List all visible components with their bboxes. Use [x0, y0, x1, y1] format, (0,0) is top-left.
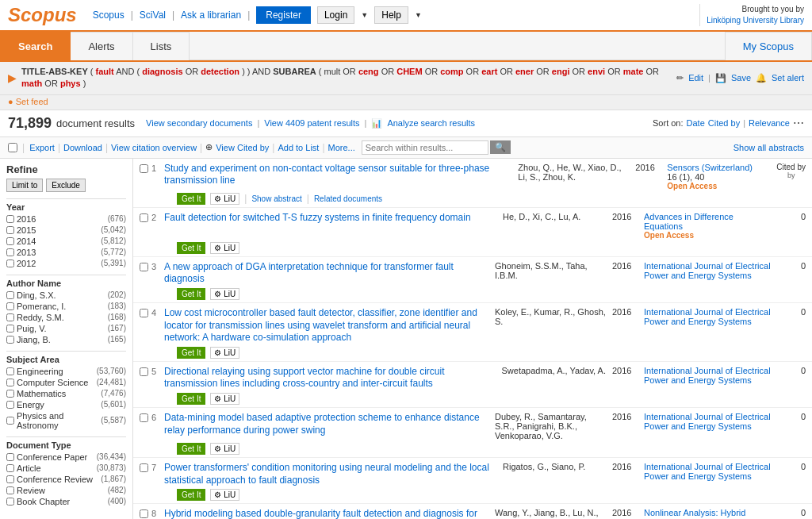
result-1-title[interactable]: Study and experiment on non-contact volt…: [164, 163, 511, 187]
patent-results-link[interactable]: View 4409 patent results: [264, 118, 359, 128]
author-1-checkbox[interactable]: [6, 302, 14, 310]
set-alert-button[interactable]: Set alert: [772, 73, 804, 83]
result-4-getit-button[interactable]: Get It: [177, 347, 205, 359]
limit-to-button[interactable]: Limit to: [6, 179, 43, 192]
result-6-liu-button[interactable]: ⚙ LiU: [210, 443, 239, 455]
toolbar-sep-5: |: [322, 142, 324, 153]
tab-my-scopus[interactable]: My Scopus: [725, 32, 812, 60]
result-6-checkbox[interactable]: [140, 413, 148, 422]
result-7-title[interactable]: Power transformers' condition monitoring…: [164, 462, 496, 486]
result-4-liu-button[interactable]: ⚙ LiU: [210, 347, 239, 359]
result-item-7: 7 Power transformers' condition monitori…: [133, 458, 812, 504]
author-2-count: (168): [108, 313, 126, 321]
exclude-button[interactable]: Exclude: [46, 179, 86, 192]
tab-lists[interactable]: Lists: [133, 32, 190, 60]
result-3-title[interactable]: A new approach of DGA interpretation tec…: [164, 261, 488, 286]
author-2-checkbox[interactable]: [6, 313, 14, 321]
result-3-getit-button[interactable]: Get It: [177, 288, 205, 300]
result-3-liu-button[interactable]: ⚙ LiU: [210, 288, 239, 300]
citation-overview-button[interactable]: View citation overview: [111, 143, 197, 152]
edit-icon: ✏: [676, 73, 684, 83]
doctype-1-checkbox[interactable]: [6, 464, 14, 472]
result-5-getit-button[interactable]: Get It: [177, 393, 205, 405]
result-6-title[interactable]: Data-mining model based adaptive protect…: [164, 412, 488, 436]
result-7-getit-button[interactable]: Get It: [177, 489, 205, 501]
set-feed-button[interactable]: Set feed: [16, 97, 48, 106]
sort-date[interactable]: Date: [687, 118, 705, 128]
analyze-link[interactable]: Analyze search results: [387, 118, 475, 128]
doctype-2-label: Conference Review: [17, 475, 93, 484]
help-button[interactable]: Help: [374, 6, 408, 24]
cite-icon: ⊕: [205, 142, 213, 152]
year-2015-checkbox[interactable]: [6, 226, 14, 234]
author-4-checkbox[interactable]: [6, 336, 14, 344]
doctype-2-checkbox[interactable]: [6, 475, 14, 483]
ask-librarian-link[interactable]: Ask a librarian: [181, 10, 241, 21]
doctype-4-checkbox[interactable]: [6, 498, 14, 506]
result-5-journal-wrap: International Journal of Electrical Powe…: [644, 366, 771, 385]
result-4-num: 4: [151, 308, 161, 317]
more-sort-icon[interactable]: ⋯: [793, 117, 804, 129]
save-query-button[interactable]: Save: [731, 73, 751, 83]
author-0-checkbox[interactable]: [6, 291, 14, 299]
result-8-authors: Wang, Y., Jiang, B., Lu, N., Pan, J.: [495, 508, 606, 519]
filter-subject-title: Subject Area: [6, 351, 126, 364]
show-all-abstracts-button[interactable]: Show all abstracts: [733, 143, 804, 152]
result-5-liu-button[interactable]: ⚙ LiU: [210, 393, 239, 405]
main-content: Refine Limit to Exclude Year 2016 (676) …: [0, 159, 812, 519]
result-7-checkbox[interactable]: [140, 463, 148, 472]
result-7-liu-button[interactable]: ⚙ LiU: [210, 489, 239, 501]
select-all-checkbox[interactable]: [8, 143, 17, 152]
result-1-getit-button[interactable]: Get It: [177, 193, 205, 205]
search-within-input[interactable]: [362, 140, 488, 155]
result-2-getit-button[interactable]: Get It: [177, 242, 205, 254]
refine-header: Refine: [6, 163, 126, 175]
download-button[interactable]: Download: [63, 143, 102, 152]
result-4-title[interactable]: Low cost microcontroller based fault det…: [164, 307, 488, 344]
sort-cited[interactable]: Cited by: [708, 118, 740, 128]
result-5-title[interactable]: Directional relaying using support vecto…: [164, 366, 496, 390]
tab-alerts[interactable]: Alerts: [71, 32, 132, 60]
add-list-button[interactable]: Add to List: [278, 143, 319, 152]
result-8-title[interactable]: Hybrid modeling based double-granularity…: [164, 508, 488, 519]
register-button[interactable]: Register: [256, 6, 311, 24]
subject-2-checkbox[interactable]: [6, 390, 14, 398]
result-1-liu-button[interactable]: ⚙ LiU: [210, 193, 239, 205]
result-5-checkbox[interactable]: [140, 367, 148, 376]
year-2012-checkbox[interactable]: [6, 260, 14, 267]
result-4-checkbox[interactable]: [140, 309, 148, 317]
result-8-checkbox[interactable]: [140, 509, 148, 518]
subject-0-checkbox[interactable]: [6, 367, 14, 375]
result-item-3: 3 A new approach of DGA interpretation t…: [133, 257, 812, 303]
result-2-liu-button[interactable]: ⚙ LiU: [210, 242, 239, 254]
scival-link[interactable]: SciVal: [140, 10, 166, 21]
scopus-link[interactable]: Scopus: [93, 10, 124, 21]
more-button[interactable]: More...: [328, 143, 355, 152]
year-2014-checkbox[interactable]: [6, 237, 14, 245]
author-3-checkbox[interactable]: [6, 325, 14, 333]
export-button[interactable]: Export: [29, 143, 55, 152]
result-1-checkbox[interactable]: [140, 164, 148, 173]
result-2-checkbox[interactable]: [140, 213, 148, 222]
subject-4-checkbox[interactable]: [6, 417, 14, 425]
result-2-title[interactable]: Fault detection for switched T-S fuzzy s…: [164, 212, 496, 225]
subject-2-count: (7,476): [101, 389, 126, 398]
secondary-docs-link[interactable]: View secondary documents: [146, 118, 252, 128]
year-2016-checkbox[interactable]: [6, 215, 14, 223]
result-1-related-button[interactable]: Related documents: [314, 194, 382, 203]
subject-3-checkbox[interactable]: [6, 401, 14, 409]
result-3-checkbox[interactable]: [140, 263, 148, 271]
doctype-0-checkbox[interactable]: [6, 453, 14, 461]
subject-1-checkbox[interactable]: [6, 379, 14, 386]
result-1-show-abstract-button[interactable]: Show abstract: [251, 194, 301, 203]
year-2014-count: (5,812): [101, 236, 126, 245]
edit-query-button[interactable]: Edit: [688, 73, 703, 83]
login-button[interactable]: Login: [317, 6, 354, 24]
sort-relevance[interactable]: Relevance: [749, 118, 790, 128]
result-6-getit-button[interactable]: Get It: [177, 443, 205, 455]
year-2013-checkbox[interactable]: [6, 248, 14, 256]
tab-search[interactable]: Search: [0, 32, 71, 60]
search-within-button[interactable]: 🔍: [490, 140, 511, 154]
view-cited-button[interactable]: View Cited by: [216, 143, 269, 152]
doctype-3-checkbox[interactable]: [6, 486, 14, 494]
